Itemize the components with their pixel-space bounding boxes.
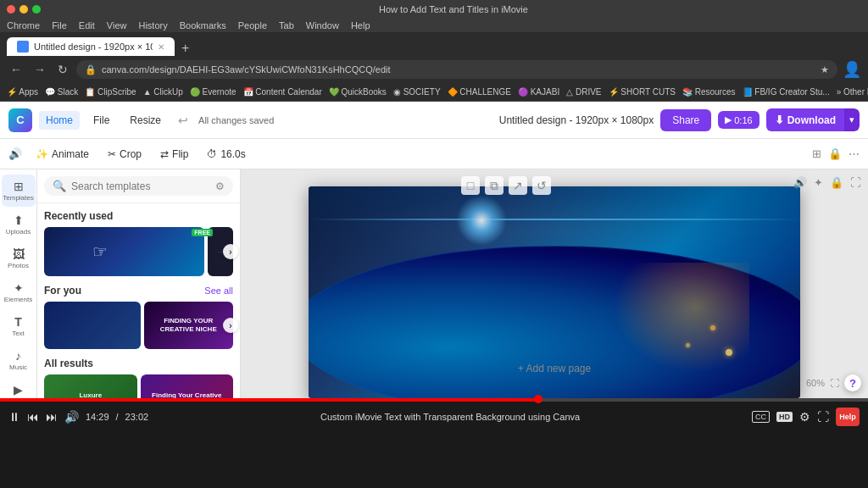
volume-button[interactable]: 🔊 — [64, 410, 79, 424]
topbar-right: Untitled design - 1920px × 1080px Share … — [499, 108, 860, 131]
sidebar-item-text[interactable]: T Text — [2, 310, 36, 342]
sidebar-item-elements[interactable]: ✦ Elements — [2, 276, 36, 308]
menu-view[interactable]: View — [107, 20, 127, 30]
recently-used-next-button[interactable]: › — [223, 244, 238, 259]
copy-icon[interactable]: □ — [461, 176, 480, 195]
bookmark-challenge[interactable]: 🔶 CHALLENGE — [448, 87, 511, 97]
undo-button[interactable]: ↩ — [175, 110, 192, 130]
play-button[interactable]: ▶ 0:16 — [718, 111, 759, 129]
lock-icon[interactable]: 🔒 — [828, 147, 842, 160]
sidebar-item-uploads[interactable]: ⬆ Uploads — [2, 208, 36, 241]
bookmark-fbig[interactable]: 📘 FB/IG Creator Stu... — [743, 87, 830, 97]
menu-file[interactable]: File — [52, 20, 67, 30]
crop-button[interactable]: ✂ Crop — [103, 146, 147, 163]
bookmark-kajabi[interactable]: 🟣 KAJABI — [518, 87, 559, 97]
topbar-file-button[interactable]: File — [86, 111, 116, 130]
volume-icon[interactable]: 🔊 — [8, 147, 22, 160]
topbar-resize-button[interactable]: Resize — [123, 111, 168, 130]
url-text: canva.com/design/DAEHI-EG3aw/cYSkUwiCWfo… — [102, 64, 815, 75]
bookmark-apps[interactable]: ⚡ Apps — [7, 87, 38, 97]
close-button[interactable] — [7, 5, 15, 14]
uploads-icon: ⬆ — [14, 214, 24, 227]
menu-edit[interactable]: Edit — [79, 20, 95, 30]
bookmark-society[interactable]: ◉ SOCIETY — [393, 87, 441, 97]
progress-bar[interactable] — [0, 398, 868, 402]
search-box[interactable]: 🔍 ⚙ — [44, 176, 233, 196]
duplicate-icon[interactable]: ⧉ — [485, 176, 504, 195]
sidebar-item-photos[interactable]: 🖼 Photos — [2, 242, 36, 274]
for-you-see-all[interactable]: See all — [204, 286, 233, 296]
sidebar-item-templates[interactable]: ⊞ Templates — [2, 175, 36, 207]
url-field[interactable]: 🔒 canva.com/design/DAEHI-EG3aw/cYSkUwiCW… — [76, 60, 837, 79]
forward-button[interactable]: → — [31, 61, 49, 78]
minimize-button[interactable] — [19, 5, 28, 14]
menu-tab[interactable]: Tab — [279, 20, 294, 30]
template-finding[interactable]: Finding Your Creative Niche — [141, 374, 234, 398]
skip-forward-button[interactable]: ⏭ — [46, 410, 58, 424]
grid-icon[interactable]: ⊞ — [812, 147, 821, 160]
share-page-icon[interactable]: ↗ — [509, 176, 527, 195]
menu-window[interactable]: Window — [306, 20, 339, 30]
bookmark-star-icon[interactable]: ★ — [821, 64, 829, 75]
more-page-icon[interactable]: ↺ — [532, 176, 551, 195]
sidebar-item-music[interactable]: ♪ Music — [2, 344, 36, 376]
sidebar-item-videos[interactable]: ▶ Videos — [2, 378, 36, 398]
bookmark-clickup[interactable]: ▲ ClickUp — [143, 87, 183, 97]
flip-button[interactable]: ⇄ Flip — [155, 146, 193, 163]
bookmark-shortcuts[interactable]: ⚡ SHORT CUTS — [609, 87, 676, 97]
maximize-button[interactable] — [32, 5, 41, 14]
zoom-fit-button[interactable]: ⛶ — [830, 378, 839, 388]
menu-people[interactable]: People — [238, 20, 267, 30]
rewind-button[interactable]: ⏮ — [27, 410, 39, 424]
menu-help[interactable]: Help — [351, 20, 370, 30]
progress-thumb[interactable] — [534, 395, 542, 403]
help-canvas-button[interactable]: ? — [844, 374, 861, 391]
for-you-thumb-1[interactable] — [44, 302, 141, 349]
menu-history[interactable]: History — [138, 20, 167, 30]
download-caret-button[interactable]: ▾ — [844, 108, 860, 131]
for-you-thumb-2[interactable]: FINDING YOUR CREATIVE NICHE — [144, 302, 234, 349]
pause-button[interactable]: ⏸ — [8, 410, 20, 424]
search-input[interactable] — [71, 180, 210, 192]
for-you-next-button[interactable]: › — [223, 318, 238, 333]
menu-bookmarks[interactable]: Bookmarks — [180, 20, 226, 30]
duration-control[interactable]: ⏱ 16.0s — [202, 146, 250, 163]
canva-logo[interactable]: C — [8, 108, 32, 132]
tab-close-button[interactable]: ✕ — [158, 42, 164, 52]
fullscreen-button[interactable]: ⛶ — [817, 410, 829, 424]
menu-chrome[interactable]: Chrome — [7, 20, 40, 30]
lock-canvas-icon[interactable]: 🔒 — [830, 176, 843, 189]
templates-label: Templates — [3, 194, 33, 202]
bookmark-other[interactable]: » Other Bookmarks — [837, 87, 868, 97]
templates-panel: 🔍 ⚙ Recently used ☞ ·· — [37, 169, 241, 398]
topbar-home-button[interactable]: Home — [39, 111, 80, 130]
download-button[interactable]: ⬇ Download — [766, 108, 844, 131]
bookmark-slack[interactable]: 💬 Slack — [45, 87, 78, 97]
bookmark-evernote[interactable]: 🟢 Evernote — [190, 87, 236, 97]
expand-canvas-icon[interactable]: ⛶ — [850, 176, 861, 189]
time-current: 14:29 — [86, 412, 109, 422]
bookmark-drive[interactable]: △ DRIVE — [566, 87, 601, 97]
share-button[interactable]: Share — [660, 109, 711, 131]
bookmark-clipscribe[interactable]: 📋 ClipScribe — [85, 87, 136, 97]
new-tab-button[interactable]: + — [176, 41, 194, 56]
profile-icon[interactable]: 👤 — [843, 60, 861, 79]
help-button[interactable]: Help — [836, 408, 860, 426]
magic-icon[interactable]: ✦ — [814, 176, 823, 189]
canva-topbar: C Home File Resize ↩ All changes saved U… — [0, 102, 868, 139]
template-luxure[interactable]: LuxureNature Spa — [44, 374, 137, 398]
bookmark-content-cal[interactable]: 📅 Content Calendar — [243, 87, 322, 97]
bookmark-quickbooks[interactable]: 💚 QuickBooks — [329, 87, 387, 97]
more-options-icon[interactable]: ⋯ — [849, 147, 860, 160]
bookmark-resources[interactable]: 📚 Resources — [682, 87, 736, 97]
sound-icon[interactable]: 🔊 — [793, 176, 807, 189]
add-new-page-button[interactable]: + Add new page — [518, 363, 591, 374]
reload-button[interactable]: ↻ — [54, 61, 71, 78]
filter-icon[interactable]: ⚙ — [215, 180, 225, 192]
recently-used-thumb-1[interactable]: ☞ — [44, 227, 204, 276]
animate-button[interactable]: ✨ Animate — [31, 146, 94, 163]
active-tab[interactable]: Untitled design - 1920px × 10... ✕ — [7, 37, 175, 56]
cc-button[interactable]: CC — [752, 411, 770, 423]
back-button[interactable]: ← — [7, 61, 25, 78]
settings-button[interactable]: ⚙ — [799, 410, 810, 424]
